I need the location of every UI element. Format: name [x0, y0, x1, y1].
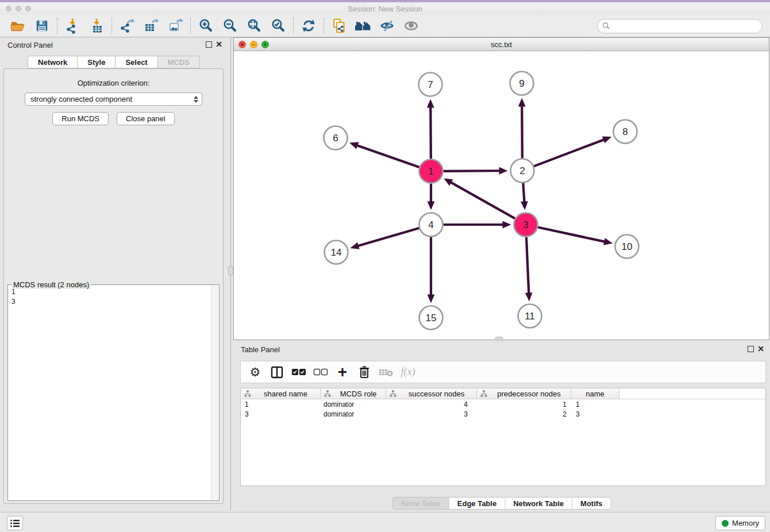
- edge-2-8[interactable]: [534, 140, 605, 167]
- node-label-1: 1: [428, 166, 433, 177]
- edge-2-9[interactable]: [522, 105, 522, 158]
- toolbar-separator: [293, 18, 294, 34]
- import-network-icon: [64, 18, 80, 34]
- optimization-criterion-select[interactable]: strongly connected component: [25, 92, 202, 106]
- vertical-splitter-handle[interactable]: [228, 266, 233, 275]
- settings-gear-button[interactable]: ⚙: [244, 363, 266, 382]
- table-row[interactable]: 1dominator411: [241, 399, 765, 409]
- zoom-out-button[interactable]: [218, 16, 242, 36]
- edge-arrowhead: [518, 98, 526, 106]
- save-session-button[interactable]: [30, 16, 54, 36]
- table-panel-header: Table Panel ✕: [233, 342, 770, 357]
- close-panel-button[interactable]: Close panel: [117, 112, 175, 125]
- zoom-fit-button[interactable]: [242, 16, 266, 36]
- hide-details-button[interactable]: [375, 16, 399, 36]
- tab-motifs[interactable]: Motifs: [572, 497, 611, 510]
- export-table-button[interactable]: [139, 16, 163, 36]
- cell-predecessor-nodes[interactable]: 2: [477, 410, 571, 418]
- edge-1-2[interactable]: [443, 171, 500, 171]
- cell-predecessor-nodes[interactable]: 1: [477, 400, 571, 408]
- cell-successor-nodes[interactable]: 4: [386, 400, 477, 408]
- edge-1-6[interactable]: [356, 145, 419, 167]
- first-neighbors-icon: [355, 18, 372, 34]
- network-window-titlebar[interactable]: ✕ − + scc.txt: [234, 38, 769, 51]
- column-label: successor nodes: [396, 390, 476, 398]
- tab-style[interactable]: Style: [78, 56, 116, 68]
- tab-mcds[interactable]: MCDS: [158, 56, 200, 68]
- close-panel-icon[interactable]: ✕: [215, 40, 222, 49]
- tab-network[interactable]: Network: [28, 56, 78, 68]
- result-scrollbar[interactable]: [211, 286, 218, 500]
- column-layout-button[interactable]: [266, 363, 288, 382]
- export-network-button[interactable]: [115, 16, 139, 36]
- refresh-button[interactable]: [297, 16, 321, 36]
- duplicate-network-button[interactable]: [327, 16, 351, 36]
- edge-3-11[interactable]: [526, 237, 529, 294]
- first-neighbors-button[interactable]: [351, 16, 375, 36]
- column-header-successor-nodes[interactable]: successor nodes: [386, 388, 477, 399]
- add-column-button[interactable]: +: [332, 363, 353, 382]
- cell-shared-name[interactable]: 3: [241, 410, 321, 418]
- float-table-panel-icon[interactable]: [748, 346, 754, 352]
- function-builder-button[interactable]: f(x): [397, 363, 419, 382]
- network-graph[interactable]: 7968124314101511: [234, 52, 769, 340]
- cell-MCDS-role[interactable]: dominator: [321, 410, 386, 418]
- network-view-window: ✕ − + scc.txt 7968124314101511: [233, 37, 769, 340]
- network-canvas[interactable]: 7968124314101511: [234, 52, 769, 340]
- edge-2-3[interactable]: [523, 183, 524, 202]
- tab-node-table[interactable]: Node Table: [392, 497, 449, 510]
- delete-table-icon: [379, 367, 394, 377]
- edge-1-7[interactable]: [430, 106, 431, 159]
- column-header-shared-name[interactable]: shared name: [241, 388, 321, 399]
- search-box[interactable]: [597, 19, 763, 33]
- memory-button[interactable]: Memory: [715, 516, 765, 530]
- edge-3-10[interactable]: [538, 228, 605, 242]
- delete-column-button[interactable]: [353, 363, 375, 382]
- run-mcds-button[interactable]: Run MCDS: [52, 112, 109, 125]
- column-header-MCDS-role[interactable]: MCDS role: [321, 388, 386, 399]
- show-tasks-button[interactable]: [7, 516, 23, 530]
- export-image-icon: [167, 18, 183, 34]
- select-all-columns-icon: [291, 368, 306, 377]
- delete-table-button[interactable]: [375, 363, 397, 382]
- show-eye-button[interactable]: [399, 16, 424, 36]
- import-table-button[interactable]: [84, 16, 109, 36]
- cell-shared-name[interactable]: 1: [241, 400, 321, 408]
- edge-4-14[interactable]: [357, 228, 419, 246]
- open-file-button[interactable]: [6, 16, 30, 36]
- select-all-columns-button[interactable]: [288, 363, 310, 382]
- import-network-button[interactable]: [60, 16, 84, 36]
- zoom-selected-button[interactable]: [266, 16, 290, 36]
- cell-name[interactable]: 1: [571, 400, 619, 408]
- edge-arrowhead: [603, 238, 613, 245]
- control-panel-tabs: Network Style Select MCDS: [0, 56, 228, 68]
- add-column-icon: +: [338, 365, 347, 380]
- cell-successor-nodes[interactable]: 3: [386, 410, 477, 418]
- close-table-panel-icon[interactable]: ✕: [757, 344, 764, 353]
- table-tabs: Node TableEdge TableNetwork TableMotifs: [392, 497, 611, 510]
- edge-arrowhead: [602, 136, 611, 143]
- mcds-result-text[interactable]: 1 3: [11, 287, 210, 307]
- column-header-name[interactable]: name: [571, 388, 619, 399]
- tab-network-table[interactable]: Network Table: [505, 497, 572, 510]
- horizontal-splitter-handle[interactable]: [495, 337, 503, 341]
- control-panel-header: Control Panel ✕: [0, 37, 228, 52]
- export-table-icon: [143, 18, 159, 34]
- unselect-all-columns-button[interactable]: [310, 363, 332, 382]
- table-row[interactable]: 3dominator323: [241, 409, 765, 419]
- mcds-panel: Optimization criterion: strongly connect…: [3, 68, 224, 504]
- zoom-in-button[interactable]: [194, 16, 218, 36]
- float-panel-icon[interactable]: [206, 41, 212, 48]
- zoom-selected-icon: [270, 18, 286, 34]
- cell-MCDS-role[interactable]: dominator: [321, 400, 386, 408]
- column-header-predecessor-nodes[interactable]: predecessor nodes: [477, 388, 571, 399]
- tab-select[interactable]: Select: [116, 56, 157, 68]
- zoom-out-icon: [222, 18, 238, 34]
- search-input[interactable]: [613, 20, 762, 32]
- edge-3-1[interactable]: [451, 182, 515, 219]
- export-image-button[interactable]: [163, 16, 187, 36]
- save-session-icon: [34, 18, 49, 33]
- table-panel: Table Panel ✕ ⚙: [233, 342, 770, 510]
- cell-name[interactable]: 3: [571, 410, 619, 418]
- tab-edge-table[interactable]: Edge Table: [449, 497, 505, 510]
